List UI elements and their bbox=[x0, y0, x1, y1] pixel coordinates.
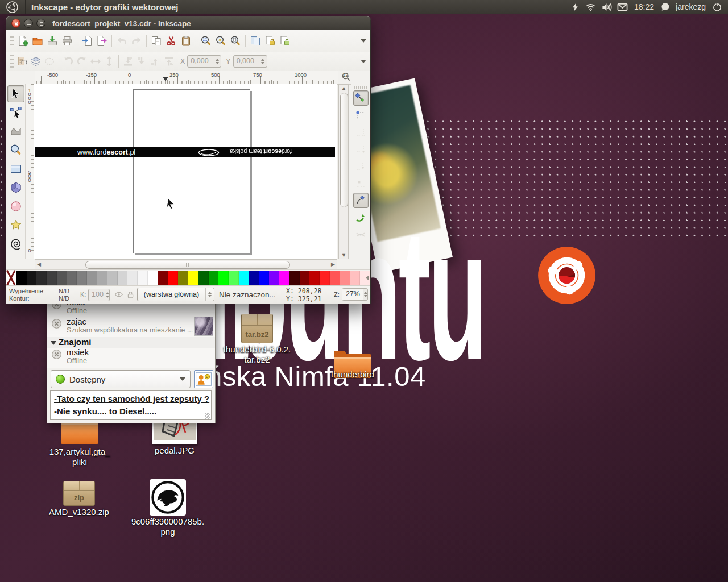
copy-icon[interactable] bbox=[149, 33, 164, 49]
stroke-value[interactable]: N/D bbox=[59, 295, 69, 302]
toolbar-grip[interactable] bbox=[10, 55, 14, 68]
document-print-icon[interactable] bbox=[60, 33, 75, 49]
cut-icon[interactable] bbox=[164, 33, 179, 49]
mail-icon[interactable] bbox=[617, 2, 628, 13]
status-selector[interactable]: Dostępny bbox=[51, 370, 191, 388]
color-swatch[interactable] bbox=[16, 271, 27, 285]
app-menu-icon[interactable] bbox=[6, 1, 18, 13]
color-swatch[interactable] bbox=[350, 271, 361, 285]
color-swatch[interactable] bbox=[269, 271, 279, 285]
palette-scroll-left-icon[interactable] bbox=[366, 275, 369, 281]
color-swatch[interactable] bbox=[249, 271, 259, 285]
scroll-right-icon[interactable]: ▶ bbox=[331, 261, 335, 267]
create-clone-icon[interactable] bbox=[263, 33, 278, 49]
vertical-ruler[interactable]: 10005000 bbox=[26, 84, 34, 259]
color-swatch[interactable] bbox=[67, 271, 77, 285]
y-coordinate-spinbox[interactable]: 0,000 bbox=[233, 55, 267, 68]
active-app-title[interactable]: Inkscape - edytor grafiki wektorowej bbox=[31, 2, 178, 12]
horizontal-ruler[interactable]: -500-2500250500750100012 bbox=[35, 71, 338, 84]
window-titlebar[interactable]: fordescort_projekt_v13.cdr - Inkscape bbox=[6, 16, 370, 30]
color-swatch[interactable] bbox=[77, 271, 87, 285]
zoom-indicator-icon[interactable] bbox=[341, 72, 351, 84]
x-coordinate-spinbox[interactable]: 0,000 bbox=[187, 55, 221, 68]
desktop-icon-9c06ff390000785b-[interactable]: 9c06ff390000785b.png bbox=[125, 479, 210, 537]
username[interactable]: jarekezg bbox=[676, 2, 706, 11]
snap-nodes-icon[interactable] bbox=[353, 193, 369, 208]
color-swatch[interactable] bbox=[300, 271, 310, 285]
color-swatch[interactable] bbox=[239, 271, 249, 285]
status-message-box[interactable]: -Tato czy ten samochód jest zepsuty ? -N… bbox=[50, 390, 212, 420]
drawing-canvas[interactable]: www.fordescort.pl fordescort team polska bbox=[34, 84, 337, 259]
desktop-icon-thunderbird[interactable]: thunderbird bbox=[310, 347, 395, 380]
maximize-button[interactable] bbox=[36, 19, 46, 28]
color-swatch[interactable] bbox=[27, 271, 37, 285]
unlink-clone-icon[interactable] bbox=[278, 33, 292, 49]
scroll-left-icon[interactable]: ◀ bbox=[37, 261, 41, 267]
minimize-button[interactable] bbox=[24, 19, 33, 28]
desktop-icon-thunderbird-6-0-2-[interactable]: tar.bz2thunderbird-6.0.2.tar.bz2 bbox=[214, 314, 300, 365]
color-swatch[interactable] bbox=[47, 271, 57, 285]
color-swatch[interactable] bbox=[178, 271, 188, 285]
color-swatch[interactable] bbox=[320, 271, 330, 285]
zoom-drawing-icon[interactable] bbox=[213, 33, 228, 49]
clock[interactable]: 18:22 bbox=[634, 2, 654, 11]
buddy-icon-button[interactable] bbox=[194, 370, 213, 388]
star-icon[interactable] bbox=[7, 217, 24, 234]
color-swatch[interactable] bbox=[218, 271, 229, 285]
rectangle-icon[interactable] bbox=[7, 160, 24, 177]
snap-enable-icon[interactable] bbox=[353, 90, 369, 106]
color-swatch[interactable] bbox=[148, 271, 158, 285]
node-editor-icon[interactable] bbox=[7, 104, 24, 121]
select-all-icon[interactable] bbox=[15, 54, 29, 69]
wifi-icon[interactable] bbox=[585, 2, 596, 13]
document-save-icon[interactable] bbox=[45, 33, 60, 49]
layer-visibility-icon[interactable] bbox=[114, 290, 123, 300]
toolbar-grip[interactable] bbox=[10, 35, 14, 47]
opacity-spinbox[interactable]: 100 bbox=[88, 289, 110, 301]
color-swatch[interactable] bbox=[158, 271, 168, 285]
snap-bbox-icon[interactable] bbox=[353, 107, 369, 123]
color-swatch[interactable] bbox=[138, 271, 148, 285]
scroll-up-icon[interactable]: ▲ bbox=[341, 85, 346, 91]
color-swatch[interactable] bbox=[259, 271, 270, 285]
color-swatch[interactable] bbox=[97, 271, 107, 285]
color-swatch[interactable] bbox=[87, 271, 97, 285]
color-swatch[interactable] bbox=[198, 271, 209, 285]
box3d-icon[interactable] bbox=[7, 179, 24, 196]
color-swatch[interactable] bbox=[289, 271, 300, 285]
bolt-icon[interactable] bbox=[570, 2, 580, 12]
spinner-arrows-icon[interactable] bbox=[363, 289, 367, 300]
zoom-spinbox[interactable]: 27% bbox=[342, 288, 368, 301]
color-swatch[interactable] bbox=[36, 271, 47, 285]
toolbar-grip[interactable] bbox=[354, 86, 367, 89]
spinner-arrows-icon[interactable] bbox=[105, 289, 109, 301]
spiral-icon[interactable] bbox=[7, 235, 24, 252]
export-icon[interactable] bbox=[94, 33, 109, 49]
tweak-icon[interactable] bbox=[7, 123, 24, 140]
color-swatch[interactable] bbox=[309, 271, 320, 285]
spinner-arrows-icon[interactable] bbox=[213, 56, 221, 67]
spinner-arrows-icon[interactable] bbox=[259, 56, 267, 67]
color-swatch[interactable] bbox=[57, 271, 67, 285]
import-icon[interactable] bbox=[80, 33, 94, 49]
vertical-scroll-thumb[interactable] bbox=[340, 93, 348, 207]
color-swatch[interactable] bbox=[279, 271, 289, 285]
selector-icon[interactable] bbox=[7, 85, 24, 102]
duplicate-icon[interactable] bbox=[248, 33, 263, 49]
color-swatch[interactable] bbox=[107, 271, 118, 285]
horizontal-scroll-thumb[interactable] bbox=[85, 261, 290, 269]
color-swatch[interactable] bbox=[229, 271, 239, 285]
chevron-down-icon[interactable] bbox=[175, 371, 190, 388]
spinner-arrows-icon[interactable] bbox=[205, 288, 214, 301]
toolbar-overflow-icon[interactable] bbox=[361, 60, 366, 63]
swatch-no-color[interactable] bbox=[6, 271, 16, 285]
vertical-scrollbar[interactable]: ▲ ▼ bbox=[338, 84, 349, 259]
scroll-down-icon[interactable]: ▼ bbox=[341, 252, 346, 258]
resize-grip[interactable] bbox=[205, 413, 210, 419]
me-menu-icon[interactable] bbox=[660, 2, 671, 12]
color-swatch[interactable] bbox=[118, 271, 128, 285]
horizontal-scrollbar[interactable]: ◀ ▶ bbox=[35, 259, 337, 269]
snap-path-icon[interactable] bbox=[353, 210, 369, 225]
color-swatch[interactable] bbox=[127, 271, 138, 285]
document-new-icon[interactable] bbox=[15, 33, 30, 49]
